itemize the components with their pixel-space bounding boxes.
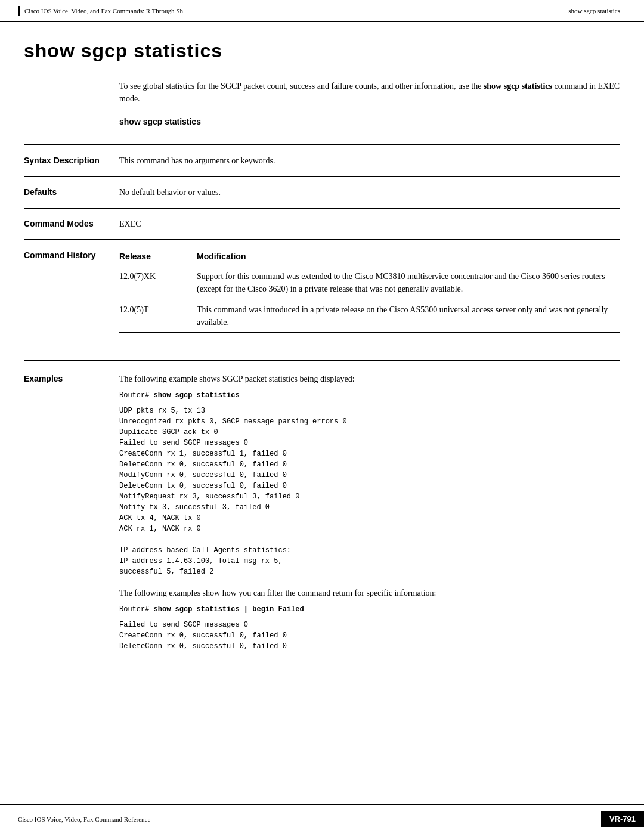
code1-prompt: Router# [119,391,154,400]
table-row: Support for this command was extended to… [197,265,620,299]
examples-code1-prompt: Router# show sgcp statistics [119,390,620,401]
page-number: VR-791 [601,811,644,827]
examples-section: Examples The following example shows SGC… [24,360,620,665]
col-modification-header: Modification [197,249,620,265]
defaults-section: Defaults No default behavior or values. [24,176,620,208]
page-header: Cisco IOS Voice, Video, and Fax Commands… [0,0,644,22]
defaults-label: Defaults [24,186,119,199]
command-syntax-display: show sgcp statistics [119,117,620,126]
command-history-table: Release Modification 12.0(7)XKSupport fo… [119,249,620,333]
syntax-description-label: Syntax Description [24,154,119,167]
footer-left-text: Cisco IOS Voice, Video, Fax Command Refe… [18,816,150,823]
header-bar-icon [18,6,20,16]
code2-cmd: show sgcp statistics | begin Failed [154,605,304,614]
page-title: show sgcp statistics [24,40,620,62]
intro-bold: show sgcp statistics [484,82,552,91]
syntax-description-content: This command has no arguments or keyword… [119,154,620,167]
command-syntax-text: show sgcp statistics [119,117,201,126]
intro-paragraph: To see global statistics for the SGCP pa… [119,80,620,105]
examples-intro-text: The following example shows SGCP packet … [119,373,620,385]
examples-code2-output: Failed to send SGCP messages 0CreateConn… [119,620,620,652]
examples-code1-output: UDP pkts rx 5, tx 13Unrecognized rx pkts… [119,405,620,577]
command-modes-label: Command Modes [24,218,119,230]
command-history-section: Command History Release Modification 12.… [24,239,620,342]
command-modes-content: EXEC [119,218,620,230]
header-left: Cisco IOS Voice, Video, and Fax Commands… [18,6,183,16]
table-row: 12.0(5)T [119,299,197,333]
examples-code2-prompt: Router# show sgcp statistics | begin Fai… [119,604,620,615]
table-row: This command was introduced in a private… [197,299,620,333]
header-left-text: Cisco IOS Voice, Video, and Fax Commands… [24,7,183,14]
page-title-section: show sgcp statistics [0,22,644,80]
examples-intro-text2: The following examples show how you can … [119,587,620,599]
syntax-description-section: Syntax Description This command has no a… [24,144,620,176]
defaults-content: No default behavior or values. [119,186,620,199]
command-history-label: Command History [24,249,119,333]
footer-right: VR-791 [596,811,644,827]
code2-prompt: Router# [119,605,154,614]
examples-label: Examples [24,373,119,657]
code1-cmd: show sgcp statistics [154,391,240,400]
main-content: To see global statistics for the SGCP pa… [0,80,644,689]
col-release-header: Release [119,249,197,265]
header-right-text: show sgcp statistics [568,7,620,14]
examples-content: The following example shows SGCP packet … [119,373,620,657]
table-row: 12.0(7)XK [119,265,197,299]
page-footer: Cisco IOS Voice, Video, Fax Command Refe… [0,804,644,833]
intro-text-before: To see global statistics for the SGCP pa… [119,82,484,91]
command-modes-section: Command Modes EXEC [24,208,620,239]
